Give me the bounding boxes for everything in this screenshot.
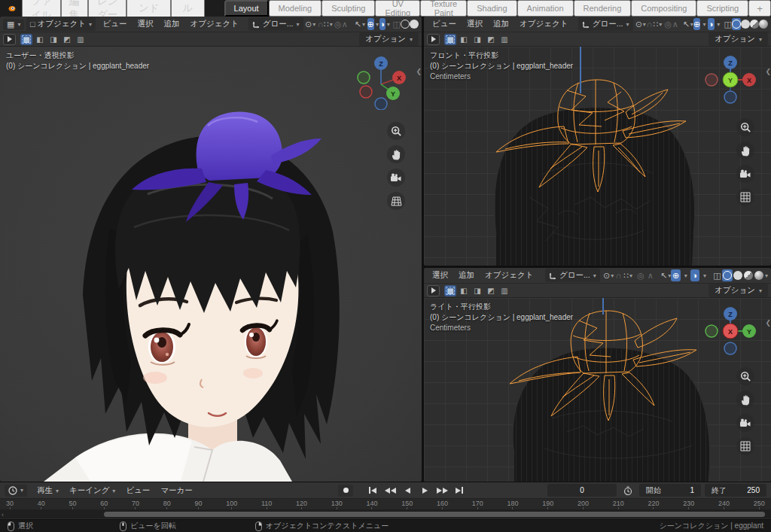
tab-uv-editing[interactable]: UV Editing [375,0,420,17]
transform-orientation-dropdown[interactable]: グロー... ▾ [248,17,303,31]
viewport-toggle-icon[interactable]: ▩ [20,34,32,45]
menu-item[interactable]: 追加 [488,17,514,31]
show-overlays-toggle[interactable]: ◑ [690,269,700,281]
start-frame-field[interactable]: 開始1 [639,484,701,497]
camera-view-button[interactable] [736,414,754,432]
viewport-toggle-icon[interactable]: ◧ [458,285,470,296]
shading-rendered-button[interactable] [754,269,764,281]
jump-to-end-button[interactable] [452,485,467,497]
shading-solid-button[interactable] [733,269,743,281]
proportional-falloff-dropdown[interactable]: ∧ [342,18,348,30]
tab-sculpting[interactable]: Sculpting [322,0,375,17]
viewport-toggle-icon[interactable]: ◩ [485,285,497,296]
menu-item[interactable]: オブジェクト [514,17,573,31]
npanel-arrow-icon[interactable]: ❮ [765,68,771,75]
selectability-dropdown[interactable]: ↖▾ [355,18,365,30]
proportional-falloff-dropdown[interactable]: ∧ [672,18,678,30]
shading-wireframe-button[interactable] [401,18,410,30]
options-dropdown[interactable]: オプション▾ [709,32,768,46]
snap-toggle[interactable]: ∩ [318,18,324,30]
active-tool-icon[interactable] [3,34,16,45]
proportional-editing-toggle[interactable]: ◎ [664,18,672,30]
view-axis-gizmo[interactable]: Z X Y [703,53,757,107]
xray-toggle[interactable]: ◫ [712,269,722,281]
pan-hand-button[interactable] [736,141,754,160]
snap-target-dropdown[interactable]: ∷▾ [653,18,662,30]
viewport-toggle-icon[interactable]: ▥ [498,285,510,296]
selectability-dropdown[interactable]: ↖▾ [660,269,671,281]
show-overlays-toggle[interactable]: ◑ [708,18,715,30]
tab-modeling[interactable]: Modeling [269,0,322,17]
transform-orientation-dropdown[interactable]: グロー... ▾ [578,17,633,31]
overlays-dropdown[interactable]: ▾ [386,18,391,30]
shading-solid-button[interactable] [410,18,419,30]
npanel-arrow-icon[interactable]: ❮ [765,319,771,327]
transform-orientation-dropdown[interactable]: グロー... ▾ [545,269,600,282]
end-frame-field[interactable]: 終了250 [705,484,766,497]
menu-item[interactable]: オブジェクト [185,17,244,31]
proportional-editing-toggle[interactable]: ◎ [334,18,342,30]
viewport-toggle-icon[interactable]: ◨ [471,285,483,296]
viewport-toggle-icon[interactable]: ◩ [485,34,497,45]
jump-to-start-button[interactable] [365,485,380,497]
pivot-point-dropdown[interactable]: ⊙▾ [603,269,614,281]
options-dropdown[interactable]: オプション▾ [359,32,419,46]
tab-rendering[interactable]: Rendering [574,0,632,17]
overlays-dropdown[interactable]: ▾ [699,269,709,281]
active-tool-icon[interactable] [427,34,440,45]
keying-menu[interactable]: キーイング ▾ [64,484,120,497]
tab-animation[interactable]: Animation [517,0,574,17]
camera-view-button[interactable] [736,165,754,183]
pivot-point-dropdown[interactable]: ⊙▾ [305,18,315,30]
options-dropdown[interactable]: オプション▾ [709,284,768,297]
gizmo-dropdown[interactable]: ▾ [374,18,379,30]
blender-logo-icon[interactable] [8,3,16,14]
viewport-toggle-icon[interactable]: ◨ [47,34,59,45]
xray-toggle[interactable]: ◫ [724,18,732,30]
marker-menu[interactable]: マーカー [155,484,198,497]
menu-item[interactable]: 選択 [133,17,159,31]
active-tool-icon[interactable] [427,285,440,296]
tab-scripting[interactable]: Scripting [696,0,748,17]
overlays-dropdown[interactable]: ▾ [715,18,721,30]
ortho-grid-button[interactable] [736,188,754,206]
snap-toggle[interactable]: ∩ [614,269,623,281]
pan-hand-button[interactable] [736,391,754,409]
shading-wireframe-button[interactable] [732,18,741,30]
gizmo-dropdown[interactable]: ▾ [681,269,690,281]
shading-wireframe-button[interactable] [722,269,733,281]
menu-item[interactable]: ビュー [427,17,462,31]
shading-material-button[interactable] [743,269,754,281]
viewport-toggle-icon[interactable]: ◩ [61,34,73,45]
viewport-toggle-icon[interactable]: ▩ [444,285,456,296]
shading-rendered-button[interactable] [759,18,768,30]
viewport-side-canvas[interactable]: ライト・平行投影 (0) シーンコレクション | eggplant_header… [424,298,771,482]
zoom-button[interactable] [736,367,754,385]
viewport-toggle-icon[interactable]: ◨ [471,34,483,45]
snap-toggle[interactable]: ∩ [646,18,653,30]
previous-keyframe-button[interactable] [382,485,398,497]
tab-shading[interactable]: Shading [467,0,517,17]
viewport-toggle-icon[interactable]: ▥ [498,34,510,45]
menu-item[interactable]: 選択 [462,17,488,31]
zoom-button[interactable] [736,118,754,136]
shading-material-button[interactable] [750,18,759,30]
menu-item[interactable]: オブジェクト [480,269,538,282]
show-gizmo-toggle[interactable]: ⊕ [367,18,374,30]
play-reverse-button[interactable] [400,485,415,497]
selectability-dropdown[interactable]: ↖▾ [683,18,693,30]
proportional-editing-toggle[interactable]: ◎ [636,269,646,281]
mode-selector[interactable]: □ オブジェクト ▾ [26,17,96,31]
auto-keying-button[interactable] [338,485,353,497]
ruler-pull-icon[interactable]: ‹ [2,511,4,518]
playback-menu[interactable]: 再生 ▾ [32,484,64,497]
pivot-point-dropdown[interactable]: ⊙▾ [635,18,646,30]
viewport-toggle-icon[interactable]: ◧ [34,34,46,45]
npanel-arrow-icon[interactable]: ❮ [416,68,422,75]
viewport-toggle-icon[interactable]: ▥ [75,34,87,45]
menu-item[interactable]: 選択 [427,269,453,282]
pan-hand-button[interactable] [387,145,405,163]
viewport-toggle-icon[interactable]: ◧ [458,34,470,45]
menu-item[interactable]: ビュー [98,17,133,31]
use-preview-range-button[interactable] [620,485,635,497]
